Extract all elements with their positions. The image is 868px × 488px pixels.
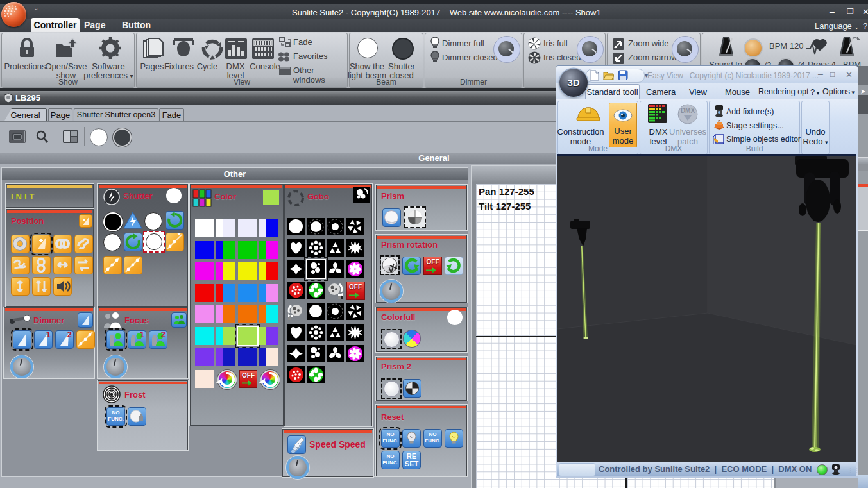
svg-text:DMX: DMX — [681, 107, 695, 114]
